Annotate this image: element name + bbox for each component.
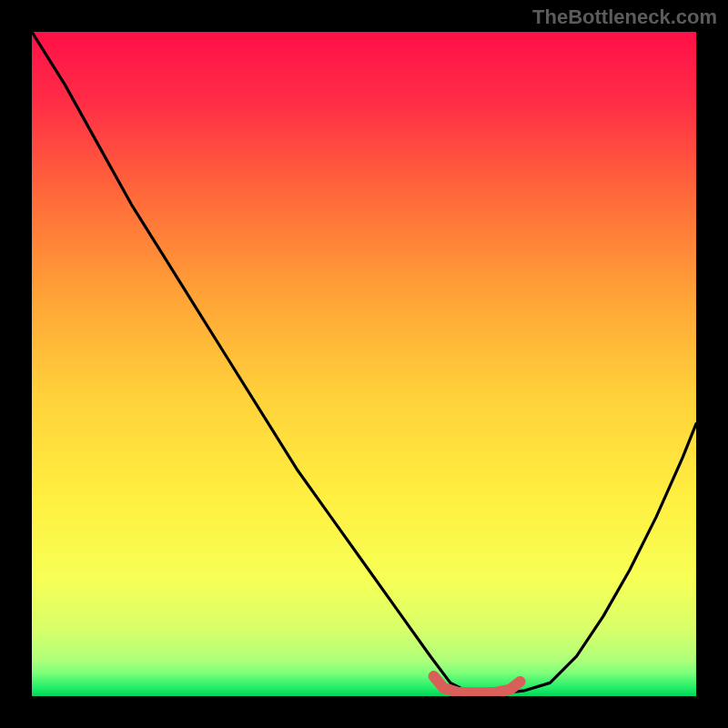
chart-container: TheBottleneck.com (0, 0, 728, 728)
gradient-background (32, 32, 696, 696)
plot-area (32, 32, 696, 696)
watermark-label: TheBottleneck.com (532, 5, 717, 29)
chart-svg (32, 32, 696, 696)
